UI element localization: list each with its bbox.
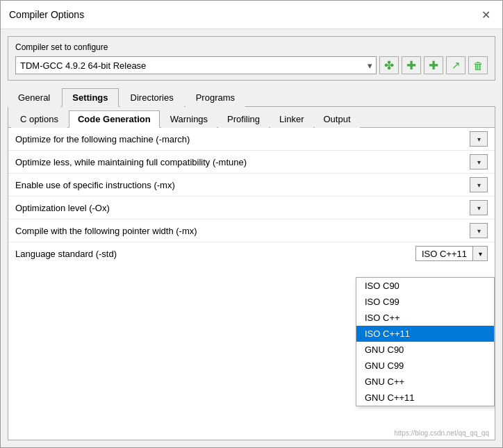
option-row-march: Optimize for the following machine (-mar… (8, 128, 495, 151)
option-dropdown-ox[interactable]: ▾ (470, 200, 488, 215)
tab-code-generation[interactable]: Code Generation (69, 110, 160, 128)
option-dropdown-mtune[interactable]: ▾ (470, 154, 488, 169)
dropdown-item-gnu-cpp[interactable]: GNU C++ (356, 374, 494, 390)
toolbar-btn-delete[interactable]: 🗑 (468, 56, 488, 74)
options-list: Optimize for the following machine (-mar… (8, 128, 495, 440)
language-std-dropdown: ISO C90 ISO C99 ISO C++ ISO C++11 GNU C9… (356, 277, 495, 406)
option-label-mtune: Optimize less, while maintaining full co… (15, 157, 247, 167)
dropdown-item-iso-c90[interactable]: ISO C90 (356, 278, 494, 294)
dropdown-item-gnu-c99[interactable]: GNU C99 (356, 358, 494, 374)
toolbar-btn-arrow[interactable]: ↗ (446, 56, 465, 74)
option-value-box-std: ISO C++11 ▾ (415, 246, 488, 261)
toolbar-btn-plus-green[interactable]: ✚ (402, 56, 421, 74)
compiler-set-row: TDM-GCC 4.9.2 64-bit Release ✤ ✚ ✚ ↗ 🗑 (15, 56, 488, 74)
dropdown-item-gnu-c90[interactable]: GNU C90 (356, 342, 494, 358)
option-label-march: Optimize for the following machine (-mar… (15, 134, 190, 144)
option-row-pointer: Compile with the following pointer width… (8, 219, 495, 242)
option-row-mx: Enable use of specific instructions (-mx… (8, 174, 495, 197)
compiler-select-wrapper[interactable]: TDM-GCC 4.9.2 64-bit Release (15, 56, 377, 74)
compiler-set-section: Compiler set to configure TDM-GCC 4.9.2 … (8, 36, 495, 81)
option-dropdown-mx[interactable]: ▾ (470, 177, 488, 192)
tab-general[interactable]: General (8, 88, 60, 107)
compiler-set-label: Compiler set to configure (15, 42, 488, 52)
tab-warnings[interactable]: Warnings (161, 110, 217, 128)
title-bar: Compiler Options ✕ (1, 1, 502, 29)
window-title: Compiler Options (9, 9, 84, 20)
option-label-ox: Optimization level (-Ox) (15, 203, 110, 213)
tab-profiling[interactable]: Profiling (218, 110, 269, 128)
dropdown-item-iso-cpp[interactable]: ISO C++ (356, 310, 494, 326)
toolbar-btn-plus-green2[interactable]: ✚ (424, 56, 443, 74)
toolbar-btn-add-star[interactable]: ✤ (379, 56, 399, 74)
dropdown-item-iso-cpp11[interactable]: ISO C++11 (356, 326, 494, 342)
dropdown-item-iso-c99[interactable]: ISO C99 (356, 294, 494, 310)
tab-linker[interactable]: Linker (270, 110, 313, 128)
sub-tabs: C options Code Generation Warnings Profi… (8, 107, 495, 128)
option-row-ox: Optimization level (-Ox) ▾ (8, 197, 495, 219)
option-dropdown-pointer[interactable]: ▾ (470, 223, 488, 238)
compiler-select[interactable]: TDM-GCC 4.9.2 64-bit Release (15, 56, 377, 74)
option-label-std: Language standard (-std) (15, 249, 117, 259)
tab-c-options[interactable]: C options (11, 110, 67, 128)
tab-settings[interactable]: Settings (62, 88, 118, 107)
tab-programs[interactable]: Programs (185, 88, 245, 107)
option-value-std: ISO C++11 (415, 246, 472, 261)
tab-directories[interactable]: Directories (120, 88, 184, 107)
option-row-std: Language standard (-std) ISO C++11 ▾ (8, 242, 495, 265)
main-tabs: General Settings Directories Programs (8, 88, 495, 107)
option-dropdown-march[interactable]: ▾ (470, 131, 488, 147)
compiler-options-window: Compiler Options ✕ Compiler set to confi… (0, 0, 503, 448)
dropdown-item-gnu-cpp11[interactable]: GNU C++11 (356, 390, 494, 406)
close-button[interactable]: ✕ (477, 6, 494, 23)
inner-panel: C options Code Generation Warnings Profi… (8, 107, 495, 440)
option-label-mx: Enable use of specific instructions (-mx… (15, 180, 175, 190)
tab-output[interactable]: Output (315, 110, 360, 128)
option-row-mtune: Optimize less, while maintaining full co… (8, 151, 495, 174)
option-label-pointer: Compile with the following pointer width… (15, 226, 197, 236)
option-dropdown-std[interactable]: ▾ (472, 246, 488, 261)
watermark: https://blog.csdn.net/qq_qq_qq (394, 429, 489, 437)
main-content: Compiler set to configure TDM-GCC 4.9.2 … (1, 29, 502, 447)
